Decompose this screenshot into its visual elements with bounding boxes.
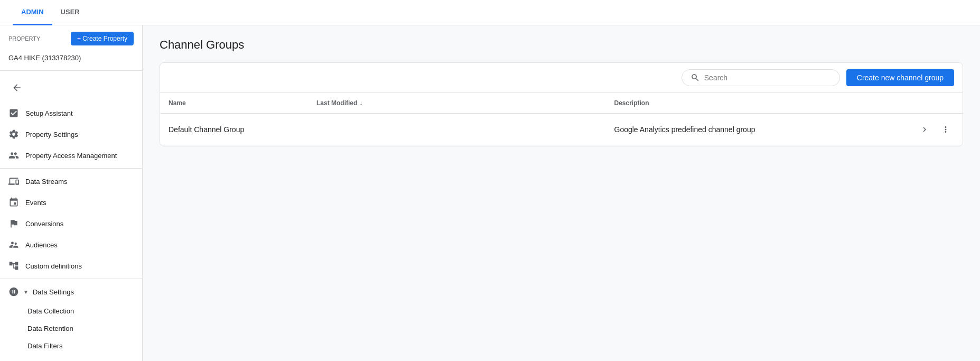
table-toolbar: Create new channel group (160, 63, 963, 93)
sort-icon: ↓ (359, 99, 362, 107)
back-button[interactable] (6, 77, 27, 98)
sidebar-divider-top (0, 70, 142, 71)
sidebar-item-label: Audiences (25, 241, 58, 249)
sidebar-subitem-channel-groups[interactable]: Channel Groups (0, 355, 142, 361)
sidebar-item-audiences[interactable]: Audiences (0, 234, 142, 255)
sidebar-item-property-access[interactable]: Property Access Management (0, 145, 142, 166)
conversions-icon (8, 218, 19, 229)
sidebar-item-label: Conversions (25, 220, 63, 228)
main-content: Channel Groups Create new channel group (143, 25, 980, 361)
sidebar-item-label: Property Access Management (25, 152, 117, 160)
sidebar-divider-2 (0, 279, 142, 279)
search-input[interactable] (704, 73, 831, 82)
sidebar-item-label: Custom definitions (25, 262, 82, 270)
property-header: Property + Create Property (0, 25, 142, 52)
sidebar-subitem-data-collection[interactable]: Data Collection (0, 302, 142, 320)
row-actions (912, 121, 954, 138)
column-last-modified[interactable]: Last Modified ↓ (316, 99, 614, 107)
tab-admin[interactable]: ADMIN (13, 0, 52, 25)
row-more-menu-button[interactable] (937, 121, 954, 138)
sidebar-item-property-settings[interactable]: Property Settings (0, 124, 142, 145)
page-title: Channel Groups (160, 38, 963, 52)
row-description: Google Analytics predefined channel grou… (614, 125, 912, 134)
data-settings-icon (8, 286, 19, 297)
main-layout: Property + Create Property GA4 HIKE (313… (0, 25, 980, 361)
table-header: Name Last Modified ↓ Description (160, 93, 963, 114)
channel-groups-table: Create new channel group Name Last Modif… (160, 62, 963, 146)
people-icon (8, 150, 19, 161)
sidebar-subitem-data-filters[interactable]: Data Filters (0, 337, 142, 355)
data-settings-toggle[interactable]: ▼ Data Settings (0, 281, 142, 302)
chevron-down-icon: ▼ (23, 289, 29, 295)
sidebar-item-events[interactable]: Events (0, 192, 142, 213)
data-settings-label: Data Settings (33, 288, 74, 296)
column-actions (912, 99, 954, 107)
events-icon (8, 197, 19, 208)
sidebar-item-label: Setup Assistant (25, 109, 73, 117)
custom-icon (8, 261, 19, 271)
app-container: ADMIN USER Property + Create Property GA… (0, 0, 980, 361)
audiences-icon (8, 239, 19, 250)
sidebar: Property + Create Property GA4 HIKE (313… (0, 25, 143, 361)
row-name: Default Channel Group (169, 125, 316, 134)
column-description: Description (614, 99, 912, 107)
row-expand-button[interactable] (916, 121, 933, 138)
check-box-icon (8, 108, 19, 118)
sidebar-item-conversions[interactable]: Conversions (0, 213, 142, 234)
table-row: Default Channel Group Google Analytics p… (160, 114, 963, 146)
top-nav: ADMIN USER (0, 0, 980, 25)
sidebar-item-data-streams[interactable]: Data Streams (0, 171, 142, 192)
sidebar-item-setup-assistant[interactable]: Setup Assistant (0, 103, 142, 124)
sidebar-subitem-data-retention[interactable]: Data Retention (0, 320, 142, 337)
column-name: Name (169, 99, 316, 107)
create-property-button[interactable]: + Create Property (71, 32, 134, 45)
create-channel-group-button[interactable]: Create new channel group (846, 69, 954, 86)
sidebar-item-label: Property Settings (25, 131, 78, 138)
search-icon (690, 73, 700, 82)
settings-icon (8, 129, 19, 140)
streams-icon (8, 176, 19, 187)
tab-user[interactable]: USER (52, 0, 88, 25)
property-name: GA4 HIKE (313378230) (0, 52, 142, 68)
sidebar-item-label: Events (25, 199, 46, 207)
sidebar-item-custom-definitions[interactable]: Custom definitions (0, 255, 142, 276)
search-box[interactable] (682, 69, 840, 86)
property-label: Property (8, 35, 40, 42)
sidebar-item-label: Data Streams (25, 178, 67, 186)
sidebar-divider-1 (0, 168, 142, 169)
